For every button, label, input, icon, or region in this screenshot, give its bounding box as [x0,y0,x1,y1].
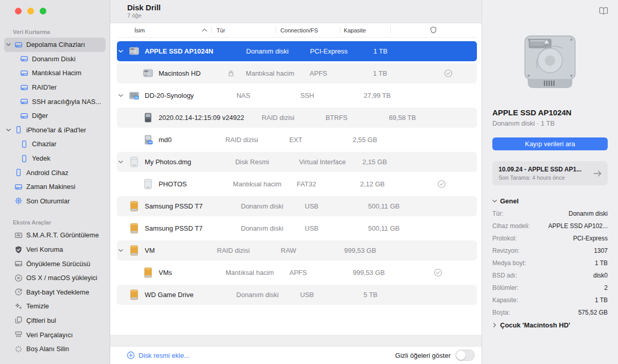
device-name: PHOTOS [159,180,187,188]
footer-bar: Disk resmi ekle... Gizli öğeleri göster [110,346,482,364]
main-area: Disk Drill 7 öğe İsim Tür Connection/FS … [110,0,482,364]
sidebar-item-iftleri-bul[interactable]: Çiftleri bul [4,314,106,328]
sidebar-item-veri-koruma[interactable]: Veri Koruma [4,242,106,257]
sidebar-item-son-oturumlar[interactable]: Son Oturumlar [4,194,106,209]
column-header-connection[interactable]: Connection/FS [276,23,340,37]
section-general[interactable]: Genel [492,197,608,205]
table-row-wd-game-drive[interactable]: WD Game DriveDonanım diskiUSB5 TB [117,285,477,305]
property-label: Protokol: [492,235,517,242]
show-hidden-toggle[interactable] [455,350,475,361]
device-type: Donanım diski [235,202,300,210]
sidebar-item-bayt-bayt-yedekleme[interactable]: Bayt-bayt Yedekleme [4,285,106,300]
column-header-type[interactable]: Tür [211,23,276,37]
sidebar-item-raid-ler[interactable]: RAID'ler [4,80,106,95]
sidebar-item-cihazlar[interactable]: Cihazlar [4,137,106,151]
sidebar-item-label: Diğer [32,112,48,119]
last-scan-title: 10.09.24 - APPLE SSD AP1... [499,166,589,173]
sidebar-nav: Veri KurtarmaDepolama CihazlarıDonanım D… [0,29,110,356]
device-connection: USB [300,224,364,232]
sidebar-item-donan-m-diski[interactable]: Donanım Diski [4,52,106,66]
device-title: APPLE SSD AP1024N [492,108,608,117]
column-header-connection-label: Connection/FS [281,27,318,33]
sidebar-item-android-cihaz[interactable]: Android Cihaz [4,165,106,180]
chevron-down-icon[interactable] [117,49,128,54]
external-orange-drive-icon [128,289,140,301]
device-name: Macintosh HD [159,70,201,77]
property-label: BSD adı: [492,272,517,279]
sidebar-item-bo-alan-silin[interactable]: Boş Alanı Silin [4,342,106,356]
table-row-samsung-pssd-t7[interactable]: Samsung PSSD T7Donanım diskiUSB500,11 GB [117,196,477,216]
chevron-down-icon[interactable] [117,93,128,98]
last-scan-card[interactable]: 10.09.24 - APPLE SSD AP1... Son Tarama: … [492,161,608,185]
sidebar-item-temizle[interactable]: Temizle [4,299,106,314]
device-table: İsim Tür Connection/FS Kapasite APPLE SS… [110,23,482,346]
disk-drill-window: Veri KurtarmaDepolama CihazlarıDonanım D… [0,0,618,364]
chevron-down-icon [6,128,14,132]
shield-check-icon [406,180,477,188]
chevron-right-icon [492,323,497,327]
table-row-2020-02-14-12-15-09-v24922[interactable]: 2020.02.14-12:15:09 v24922RAID dizisiBTR… [117,108,477,128]
help-book-icon[interactable] [598,7,609,18]
disk-image-icon [142,178,154,190]
device-name: Samsung PSSD T7 [145,224,202,232]
chevron-down-icon[interactable] [117,248,128,253]
device-name-cell: Macintosh HD [128,63,240,83]
minimize-window-button[interactable] [27,8,34,14]
sidebar-item-di-er[interactable]: Diğer [4,109,106,123]
table-row-macintosh-hd[interactable]: Macintosh HDMantıksal hacimAPFS1 TB [117,63,477,83]
device-name: My Photos.dmg [145,158,191,166]
sidebar-item-depolama-cihazlar[interactable]: Depolama Cihazları [4,38,106,52]
column-header-capacity[interactable]: Kapasite [340,23,390,37]
sidebar-item-ssh-arac-l-yla-nas[interactable]: SSH aracılığıyla NAS... [4,94,106,109]
sort-ascending-icon [202,28,207,32]
sidebar-item-os-x-macos-y-kleyici[interactable]: OS X / macOS yükleyici [4,271,106,285]
sidebar-item-veri-par-alay-c[interactable]: Veri Parçalayıcı [4,327,106,342]
scan-lost-data-button[interactable]: Kayıp verileri ara [492,137,608,150]
internal-drive-icon [128,45,140,58]
sidebar-item-label: Mantıksal Hacim [32,69,81,77]
table-row-photos[interactable]: PHOTOSMantıksal hacimFAT322,12 GB [117,174,477,194]
shield-check-icon [419,69,477,78]
device-name: Samsung PSSD T7 [145,202,202,210]
table-row-samsung-pssd-t7[interactable]: Samsung PSSD T7Donanım diskiUSB500,11 GB [117,218,477,238]
property-label: Bölümler: [492,284,519,291]
property-value: 2 [604,284,608,291]
table-row-dd-20-synology[interactable]: DD-20-SynologyNASSSH27,99 TB [117,85,477,106]
duplicate-icon [14,316,23,325]
raid-badge-drive-icon [142,134,154,146]
column-header-protection[interactable] [390,23,477,37]
zoom-window-button[interactable] [40,8,46,14]
sidebar-item-s-m-a-r-t-g-r-nt-leme[interactable]: S.M.A.R.T. Görüntüleme [4,228,106,242]
drive-icon [20,97,28,106]
sidebar-item-yedek[interactable]: Yedek [4,151,106,166]
device-capacity: 1 TB [369,47,420,55]
device-name-cell: Samsung PSSD T7 [128,196,235,216]
main-header: Disk Drill 7 öğe [110,0,482,23]
table-row-md0[interactable]: md0RAID dizisiEXT2,55 GB [117,130,477,150]
property-value: Donanım diski [569,210,608,217]
table-row-vms[interactable]: VMsMantıksal hacimAPFS999,53 GB [117,263,477,283]
sidebar-item-ny-kleme-s-r-c-s[interactable]: Önyükleme Sürücüsü [4,256,106,271]
property-row: Cihaz modeli:APPLE SSD AP102... [492,222,608,230]
burst-icon [14,344,23,353]
property-row: Tür:Donanım diski [492,210,608,217]
table-row-apple-ssd-ap1024n[interactable]: APPLE SSD AP1024NDonanım diskiPCI-Expres… [117,41,477,61]
sidebar-item-mant-ksal-hacim[interactable]: Mantıksal Hacim [4,66,106,80]
device-name-cell: md0 [128,130,220,150]
sidebar-item-iphone-lar-ipad-ler[interactable]: iPhone'lar & iPad'ler [4,123,106,137]
nas-server-icon [128,90,140,102]
table-row-vm[interactable]: VMRAID dizisiRAW999,53 GB [117,240,477,261]
section-child-macintosh-hd[interactable]: Çocuk 'Macintosh HD' [492,321,608,329]
table-row-my-photos-dmg[interactable]: My Photos.dmgDisk ResmiVirtual Interface… [117,152,477,172]
device-capacity: 2,55 GB [349,136,399,144]
drive-icon [20,83,28,92]
sidebar-item-zaman-makinesi[interactable]: Zaman Makinesi [4,180,106,194]
property-value: 575,52 GB [578,309,608,316]
device-name-cell: VMs [128,263,220,283]
chevron-down-icon[interactable] [117,160,128,164]
column-header-name[interactable]: İsim [117,23,211,37]
device-connection: APFS [304,70,369,77]
chevron-down-icon [492,199,497,203]
add-disk-image-button[interactable]: Disk resmi ekle... [127,351,190,359]
close-window-button[interactable] [15,8,22,14]
